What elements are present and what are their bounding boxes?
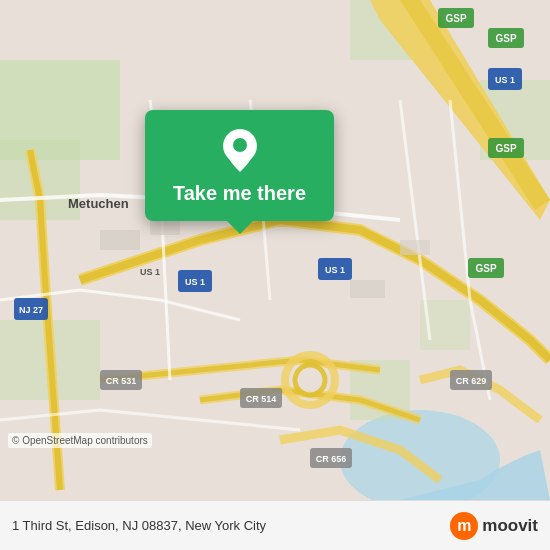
map-container: GSP GSP GSP GSP US 1 US 1 US 1 NJ 27 CR … [0, 0, 550, 500]
map-attribution: © OpenStreetMap contributors [8, 433, 152, 448]
svg-point-42 [233, 138, 247, 152]
moovit-logo: m moovit [450, 512, 538, 540]
svg-text:CR 656: CR 656 [316, 454, 347, 464]
svg-text:Metuchen: Metuchen [68, 196, 129, 211]
map-background: GSP GSP GSP GSP US 1 US 1 US 1 NJ 27 CR … [0, 0, 550, 500]
moovit-logo-icon: m [450, 512, 478, 540]
svg-text:CR 514: CR 514 [246, 394, 277, 404]
svg-text:US 1: US 1 [495, 75, 515, 85]
svg-rect-37 [100, 230, 140, 250]
moovit-logo-text: moovit [482, 516, 538, 536]
address-text: 1 Third St, Edison, NJ 08837, New York C… [12, 518, 450, 533]
location-pin-icon [222, 128, 258, 174]
svg-text:NJ 27: NJ 27 [19, 305, 43, 315]
navigation-popup[interactable]: Take me there [145, 110, 334, 221]
svg-text:GSP: GSP [495, 33, 516, 44]
svg-text:US 1: US 1 [325, 265, 345, 275]
take-me-there-label: Take me there [173, 182, 306, 205]
svg-point-10 [295, 365, 325, 395]
svg-text:GSP: GSP [495, 143, 516, 154]
svg-rect-40 [400, 240, 430, 255]
svg-text:CR 531: CR 531 [106, 376, 137, 386]
svg-rect-38 [150, 220, 180, 235]
svg-text:US 1: US 1 [185, 277, 205, 287]
svg-text:GSP: GSP [475, 263, 496, 274]
svg-text:GSP: GSP [445, 13, 466, 24]
svg-text:US 1: US 1 [140, 267, 160, 277]
take-me-there-button[interactable]: Take me there [145, 110, 334, 221]
svg-text:CR 629: CR 629 [456, 376, 487, 386]
svg-rect-39 [350, 280, 385, 298]
bottom-bar: 1 Third St, Edison, NJ 08837, New York C… [0, 500, 550, 550]
